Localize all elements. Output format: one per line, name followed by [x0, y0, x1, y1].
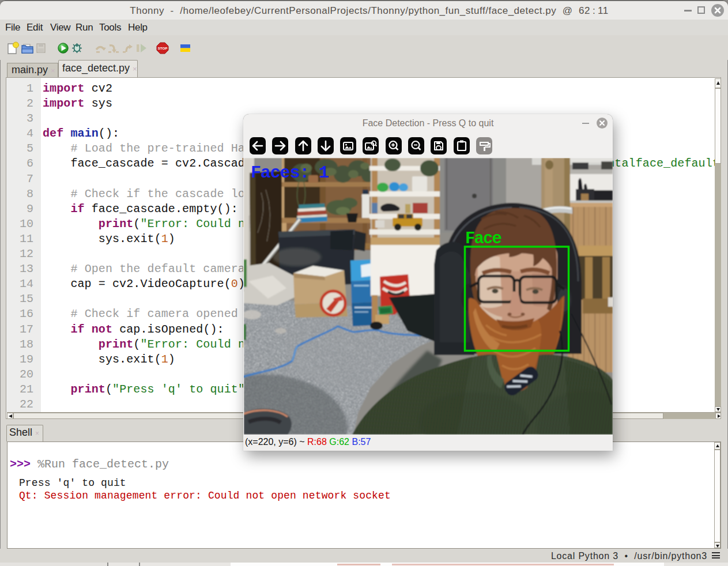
svg-text:Face: Face: [465, 229, 502, 248]
svg-text:Faces: 1: Faces: 1: [251, 163, 329, 183]
svg-text:STOP: STOP: [158, 46, 168, 50]
